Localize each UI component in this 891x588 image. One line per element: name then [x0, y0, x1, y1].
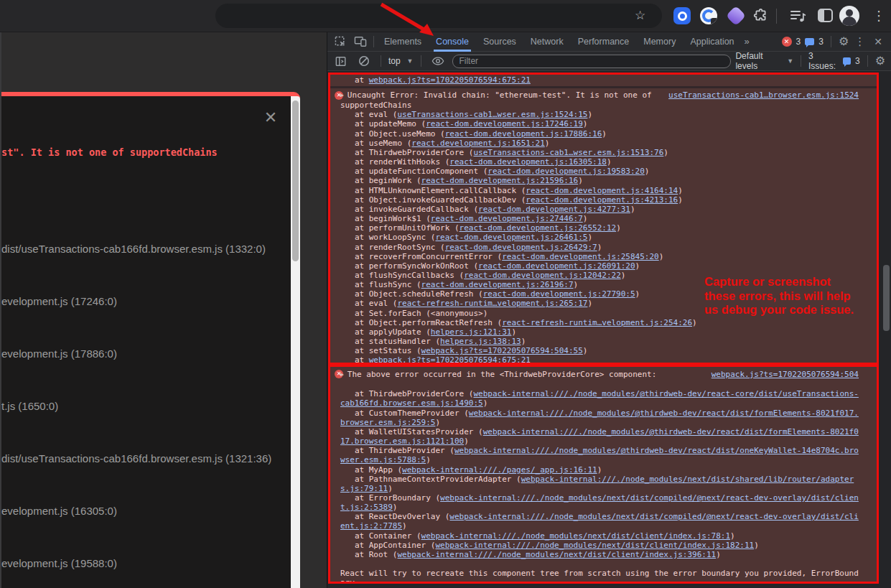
- stack-frame-link[interactable]: react-dom.development.js:19583:20: [488, 167, 645, 176]
- tab-separator: [831, 36, 831, 47]
- devtools-close-icon[interactable]: ✕: [871, 36, 885, 47]
- stack-frame-link[interactable]: react-dom.development.js:26461:5: [435, 233, 587, 242]
- stack-frame-link[interactable]: webpack-internal:///./node_modules/@thir…: [340, 427, 859, 446]
- address-bar[interactable]: [215, 4, 662, 28]
- overlay-stack-frame[interactable]: dist/useTransactions-cab166fd.browser.es…: [1, 243, 266, 255]
- stack-frame-link[interactable]: webpack-internal:///./node_modules/next/…: [340, 512, 859, 531]
- console-error-row-1[interactable]: ✕ useTransactions-cab1…browser.esm.js:15…: [330, 88, 877, 363]
- toolbar-separator: [801, 55, 801, 67]
- device-toolbar-icon[interactable]: [354, 36, 367, 47]
- console-settings-gear-icon[interactable]: ⚙: [875, 55, 885, 67]
- overlay-scrollbar[interactable]: [291, 96, 300, 588]
- tab-memory[interactable]: Memory: [636, 32, 683, 52]
- stack-frame-link[interactable]: react-dom.development.js:27790:5: [483, 289, 635, 299]
- gem-extension-icon[interactable]: [726, 6, 746, 26]
- log-levels-select[interactable]: Default levels: [735, 51, 780, 71]
- context-selector[interactable]: top: [388, 56, 401, 66]
- stack-frame-link[interactable]: webpack-internal:///./node_modules/@thir…: [340, 409, 859, 427]
- clock-extension-icon[interactable]: [700, 7, 717, 24]
- browser-menu-kebab-icon[interactable]: ⋮: [872, 6, 885, 25]
- console-toolbar-right: Default levels ▼ 3 Issues: 3 ⚙: [735, 51, 885, 71]
- side-panel-fill: [819, 10, 824, 21]
- stack-frame-link[interactable]: react-dom.development.js:27446:7: [431, 214, 583, 223]
- devtools-menu-kebab-icon[interactable]: ⋮: [853, 35, 867, 48]
- tab-network[interactable]: Network: [523, 32, 571, 52]
- clear-console-icon[interactable]: [358, 55, 370, 67]
- clock-badge: [711, 18, 717, 24]
- overlay-close-icon[interactable]: ✕: [262, 109, 279, 126]
- media-controls-icon[interactable]: [790, 9, 806, 26]
- console-row-partial[interactable]: at webpack.js?ts=1702205076594:675:21: [330, 75, 877, 86]
- overlay-stack-frame[interactable]: evelopment.js (17246:0): [1, 295, 117, 307]
- overlay-stack-frame[interactable]: dist/useTransactions-cab166fd.browser.es…: [1, 452, 271, 465]
- profile-avatar[interactable]: [839, 6, 859, 26]
- stack-frame-link[interactable]: webpack-internal:///./node_modules/next/…: [397, 550, 716, 559]
- console-messages-area[interactable]: at webpack.js?ts=1702205076594:675:21 ✕ …: [327, 72, 891, 588]
- stack-frame-link[interactable]: react-dom.development.js:26429:7: [445, 243, 597, 252]
- stack-frame-link[interactable]: webpack-internal:///./node_modules/next/…: [421, 531, 730, 541]
- stack-frame-link[interactable]: react-dom.development.js:26091:20: [478, 261, 635, 271]
- tab-performance[interactable]: Performance: [571, 32, 637, 52]
- target-extension-icon[interactable]: [673, 7, 691, 24]
- console-scrollbar-thumb[interactable]: [883, 265, 890, 331]
- web-page-background: ✕ st". It is not one of supportedChains …: [0, 32, 327, 588]
- expand-triangle-icon[interactable]: ▶: [340, 90, 344, 100]
- stack-frame-link[interactable]: webpack-internal:///./node_modules/next/…: [340, 493, 859, 512]
- issues-count: 3: [855, 56, 860, 66]
- stack-frame-link[interactable]: webpack-internal:///./node_modules/@thir…: [340, 446, 859, 465]
- more-tabs-chevron[interactable]: »: [742, 32, 752, 52]
- stack-frame-link[interactable]: react-dom.development.js:4164:14: [526, 186, 678, 195]
- toolbar-separator: [776, 9, 777, 24]
- overlay-stack-frame[interactable]: evelopment.js (16305:0): [1, 505, 117, 517]
- annotation-rectangle-1: at webpack.js?ts=1702205076594:675:21 ✕ …: [328, 73, 879, 365]
- issues-label[interactable]: 3 Issues:: [808, 51, 839, 71]
- stack-frame-link[interactable]: react-dom.development.js:4277:31: [478, 205, 630, 214]
- extensions-puzzle-icon[interactable]: [753, 8, 770, 25]
- stack-frame-link[interactable]: webpack.js?ts=1702205076594:675:21: [369, 75, 531, 85]
- expand-triangle-icon[interactable]: ▶: [340, 370, 344, 379]
- stack-frame-link[interactable]: react-dom.development.js:26196:7: [421, 280, 574, 289]
- bookmark-star-icon[interactable]: ☆: [635, 6, 645, 25]
- tab-console[interactable]: Console: [429, 32, 476, 52]
- overlay-stack-frame[interactable]: evelopment.js (17886:0): [1, 347, 117, 360]
- settings-gear-icon[interactable]: ⚙: [839, 36, 849, 47]
- overlay-scrollbar-thumb[interactable]: [292, 101, 299, 261]
- overlay-stack-frame[interactable]: t.js (1650:0): [1, 400, 58, 412]
- stack-frame-link[interactable]: react-dom.development.js:16305:18: [449, 157, 607, 167]
- stack-frame-link[interactable]: useTransactions-cab1…wser.esm.js:1524:15: [397, 110, 587, 119]
- stack-frame-link[interactable]: webpack-internal:///./node_modules/next/…: [340, 475, 854, 493]
- stack-frame-link[interactable]: react-dom.development.js:25845:20: [502, 252, 659, 261]
- console-sidebar-icon[interactable]: [335, 56, 347, 67]
- stack-frame-link[interactable]: react-dom.development.js:4213:16: [526, 195, 678, 205]
- console-error-row-2[interactable]: ✕ webpack.js?ts=1702205076594:504▶The ab…: [330, 367, 877, 582]
- error-source-link[interactable]: useTransactions-cab1…browser.esm.js:1524: [668, 90, 859, 100]
- stack-frame-link[interactable]: react-refresh-runtim…velopment.js:254:26: [502, 318, 692, 327]
- tab-application[interactable]: Application: [683, 32, 741, 52]
- stack-frame-link[interactable]: react-refresh-runtim…velopment.js:265:17: [397, 299, 587, 308]
- tab-elements[interactable]: Elements: [377, 32, 429, 52]
- stack-frame-link[interactable]: react-dom.development.js:17886:16: [445, 129, 602, 139]
- side-panel-icon[interactable]: [818, 9, 833, 22]
- stack-frame-link[interactable]: react-dom.development.js:26552:12: [460, 223, 617, 233]
- stack-frame-link[interactable]: webpack-internal:///./node_modules/@thir…: [340, 389, 859, 408]
- stack-frame-link[interactable]: helpers.js:138:13: [440, 337, 521, 346]
- stack-frame-link[interactable]: helpers.js:121:31: [431, 327, 512, 337]
- stack-frame-link[interactable]: webpack-internal:///./pages/_app.js:16:1…: [402, 465, 597, 475]
- issues-chat-icon[interactable]: [843, 57, 851, 65]
- stack-frame-link[interactable]: react-dom.development.js:17246:19: [426, 119, 583, 129]
- stack-frame-link[interactable]: webpack-internal:///./node_modules/next/…: [435, 541, 754, 550]
- message-count-icon[interactable]: [805, 38, 814, 45]
- inspect-element-icon[interactable]: [335, 36, 347, 48]
- tab-sources[interactable]: Sources: [476, 32, 523, 52]
- stack-frame-link[interactable]: useTransactions-cab1…wser.esm.js:1513:76: [473, 148, 663, 157]
- stack-frame-link[interactable]: react-dom.development.js:12042:22: [464, 271, 621, 280]
- live-expression-eye-icon[interactable]: [431, 56, 444, 66]
- console-filter-input[interactable]: [452, 55, 731, 68]
- stack-frame-link[interactable]: webpack.js?ts=1702205076594:675:21: [369, 355, 531, 363]
- error-count-icon[interactable]: ✕: [782, 37, 792, 47]
- overlay-stack-frame[interactable]: evelopment.js (19588:0): [1, 557, 117, 569]
- stack-frame-link[interactable]: webpack.js?ts=1702205076594:504:55: [421, 346, 583, 355]
- error-source-link[interactable]: webpack.js?ts=1702205076594:504: [712, 370, 859, 379]
- stack-frame-link[interactable]: react.development.js:1651:21: [411, 139, 544, 148]
- stack-frame-link[interactable]: react-dom.development.js:21596:16: [421, 176, 579, 185]
